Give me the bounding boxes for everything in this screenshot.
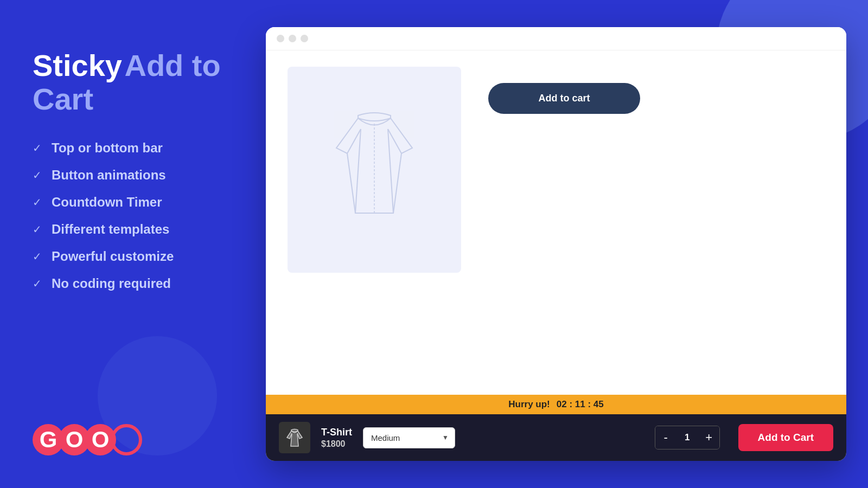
check-icon: ✓ (33, 142, 42, 155)
countdown-time: 02 : 11 : 45 (557, 399, 604, 410)
browser-window: Add to cart Hurry up! 02 : 11 : 45 (266, 27, 846, 461)
browser-content: Add to cart (266, 50, 846, 395)
browser-titlebar (266, 27, 846, 50)
sticky-product-name: T-Shirt (321, 427, 352, 438)
gooo-logo: G O O (33, 424, 142, 455)
heading-line1: Sticky Add to (33, 49, 228, 82)
variant-select-wrapper[interactable]: Small Medium Large X-Large ▼ (363, 427, 455, 448)
feature-label-customize: Powerful customize (52, 249, 174, 264)
shirt-illustration (320, 105, 429, 235)
sticky-product-info: T-Shirt $1800 (321, 427, 352, 449)
browser-dot-1 (277, 35, 284, 42)
right-panel: Add to cart Hurry up! 02 : 11 : 45 (266, 27, 846, 461)
feature-label-templates: Different templates (52, 222, 169, 237)
sticky-add-to-cart-button[interactable]: Add to Cart (738, 424, 833, 451)
feature-item-no-coding: ✓ No coding required (33, 276, 228, 291)
sticky-product-price: $1800 (321, 439, 352, 449)
countdown-bar: Hurry up! 02 : 11 : 45 (266, 395, 846, 414)
sticky-bar: Hurry up! 02 : 11 : 45 T-Sh (266, 395, 846, 461)
browser-dot-3 (301, 35, 308, 42)
logo-g: G (33, 424, 64, 455)
check-icon-2: ✓ (33, 169, 42, 182)
feature-item-customize: ✓ Powerful customize (33, 249, 228, 264)
browser-dot-2 (289, 35, 296, 42)
product-details: Add to cart (488, 67, 825, 114)
logo-area: G O O (33, 424, 142, 455)
check-icon-3: ✓ (33, 196, 42, 209)
check-icon-5: ✓ (33, 250, 42, 263)
quantity-minus-button[interactable]: - (655, 426, 676, 449)
heading-sticky: Sticky (33, 48, 122, 82)
tshirt-thumbnail-icon (283, 426, 307, 450)
main-heading: Sticky Add to Cart (33, 49, 228, 115)
quantity-controls: - 1 + (655, 426, 719, 450)
check-icon-6: ✓ (33, 277, 42, 290)
heading-cart: Cart (33, 82, 93, 116)
check-icon-4: ✓ (33, 223, 42, 236)
feature-list: ✓ Top or bottom bar ✓ Button animations … (33, 140, 228, 291)
feature-item-countdown: ✓ Countdown Timer (33, 195, 228, 210)
quantity-plus-button[interactable]: + (699, 426, 719, 449)
feature-item-top-bottom: ✓ Top or bottom bar (33, 140, 228, 156)
feature-item-animations: ✓ Button animations (33, 168, 228, 183)
feature-label-top-bottom: Top or bottom bar (52, 140, 163, 156)
heading-add-to: Add to (124, 48, 220, 82)
logo-o3 (111, 424, 142, 455)
quantity-value: 1 (676, 432, 698, 443)
feature-label-countdown: Countdown Timer (52, 195, 162, 210)
add-to-cart-main-button[interactable]: Add to cart (488, 83, 640, 114)
left-panel: Sticky Add to Cart ✓ Top or bottom bar ✓… (0, 0, 260, 488)
feature-item-templates: ✓ Different templates (33, 222, 228, 237)
feature-label-no-coding: No coding required (52, 276, 171, 291)
sticky-product-bar: T-Shirt $1800 Small Medium Large X-Large… (266, 414, 846, 461)
feature-label-animations: Button animations (52, 168, 166, 183)
variant-select[interactable]: Small Medium Large X-Large (363, 427, 455, 448)
product-image-area (288, 67, 461, 273)
sticky-product-thumbnail (279, 422, 310, 453)
hurry-text: Hurry up! (508, 399, 550, 410)
